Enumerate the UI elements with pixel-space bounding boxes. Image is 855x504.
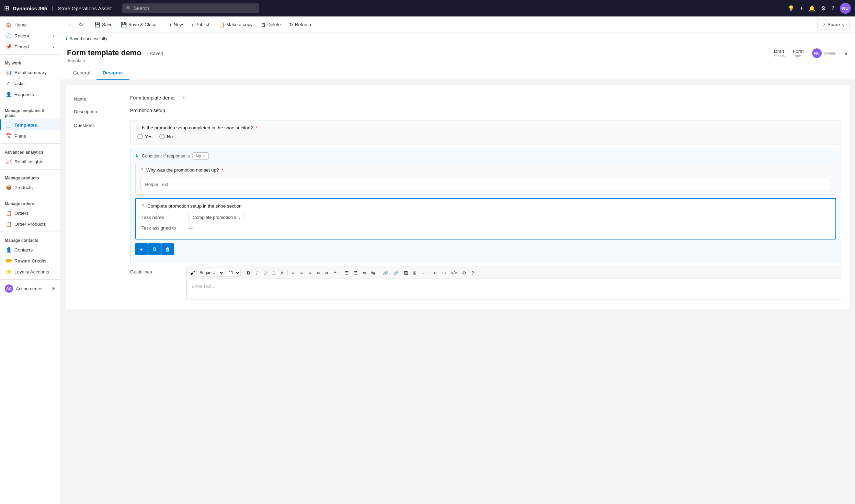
rt-table-button[interactable]: ⊞ — [411, 269, 418, 277]
sub-drag-handle-icon[interactable]: ⠿ — [140, 168, 144, 173]
font-family-select[interactable]: Segoe UI — [196, 269, 224, 277]
recent-icon: 🕐 — [6, 33, 12, 38]
rt-underline-button[interactable]: U — [262, 269, 269, 277]
rt-bold-button[interactable]: B — [245, 269, 252, 277]
task-drag-handle-icon[interactable]: ⠿ — [141, 204, 145, 209]
drag-handle-icon[interactable]: ⠿ — [136, 126, 139, 130]
my-work-section-label: My work — [0, 57, 60, 67]
task-add-button[interactable]: + — [135, 243, 148, 255]
rt-unlink-button[interactable]: 🔗 — [391, 269, 400, 277]
sidebar-item-action-center[interactable]: AC Action center ⊕ — [0, 282, 60, 295]
rt-align-right-button[interactable]: ≡ — [306, 269, 313, 277]
topbar: ⊞ Dynamics 365 | Store Operations Assist… — [0, 0, 855, 16]
description-value[interactable]: Promotion setup — [130, 108, 165, 113]
order-products-icon: 📋 — [6, 221, 12, 227]
sidebar-item-requests[interactable]: 👤 Requests — [0, 89, 60, 100]
sidebar-item-templates[interactable]: 📄 Templates — [0, 119, 60, 130]
rt-quote-button[interactable]: ❝ — [332, 269, 339, 277]
save-close-button[interactable]: 💾 Save & Close — [117, 20, 160, 30]
search-bar[interactable]: 🔍 — [122, 3, 259, 13]
task-copy-button[interactable]: ⧉ — [148, 243, 161, 255]
sidebar-label-requests: Requests — [14, 92, 34, 97]
font-size-select[interactable]: 11 — [226, 269, 241, 277]
make-a-copy-button[interactable]: 📋 Make a copy — [215, 20, 256, 30]
collapse-button[interactable]: ∨ — [844, 49, 848, 57]
pinned-icon: 📌 — [6, 44, 12, 49]
rt-numlist-button[interactable]: ☰ — [352, 269, 360, 277]
new-button[interactable]: + New — [166, 20, 186, 30]
rt-redo-button[interactable]: ↪ — [441, 269, 448, 277]
rt-source-button[interactable]: </> — [449, 269, 459, 277]
rt-rtl-button[interactable]: ↹ — [369, 269, 377, 277]
rt-link-button[interactable]: 🔗 — [381, 269, 390, 277]
share-button[interactable]: ↗ Share ∨ — [817, 20, 850, 30]
cmdbar-sep-2 — [163, 21, 163, 28]
form-meta: Draft Status Form Type NU Owner ∨ — [774, 48, 848, 58]
loyalty-accounts-icon: ⭐ — [6, 269, 12, 274]
rt-undo-button[interactable]: ↩ — [432, 269, 439, 277]
save-button[interactable]: 💾 Save — [91, 20, 116, 30]
task-name-button[interactable]: Complete promotion s... — [188, 213, 244, 222]
rt-align-center-button[interactable]: ≡ — [298, 269, 305, 277]
sidebar-item-reward-credits[interactable]: 💳 Reward Credits — [0, 255, 60, 266]
sidebar-divider-4 — [0, 169, 60, 169]
rt-align-left-button[interactable]: ≡ — [290, 269, 297, 277]
sidebar-item-pinned[interactable]: 📌 Pinned ∨ — [0, 41, 60, 52]
user-avatar[interactable]: NU — [840, 3, 851, 14]
rt-italic-button[interactable]: I — [253, 269, 260, 277]
rt-bullet-button[interactable]: ☰ — [343, 269, 351, 277]
refresh-nav-button[interactable]: ↻ — [77, 20, 85, 29]
status-meta: Draft Status — [774, 49, 785, 58]
sidebar-item-plans[interactable]: 📅 Plans — [0, 130, 60, 141]
sidebar-item-orders[interactable]: 📋 Orders — [0, 208, 60, 219]
notifications-icon[interactable]: 🔔 — [809, 5, 816, 12]
tab-designer[interactable]: Designer — [96, 67, 129, 80]
rt-ltr-button[interactable]: ↹ — [361, 269, 368, 277]
sidebar-item-retail-insights[interactable]: 📈 Retail insights — [0, 156, 60, 167]
sidebar-divider-2 — [0, 102, 60, 102]
guidelines-editor[interactable]: Enter text... — [187, 279, 841, 300]
owner-meta[interactable]: NU Owner — [812, 48, 835, 58]
refresh-button[interactable]: ↻ Refresh — [286, 20, 315, 30]
rt-more-button[interactable]: ⋯ — [420, 269, 428, 277]
settings-icon[interactable]: ⚙ — [821, 5, 826, 12]
help-icon[interactable]: ? — [831, 5, 834, 11]
sidebar-item-loyalty-accounts[interactable]: ⭐ Loyalty Accounts — [0, 266, 60, 277]
back-button[interactable]: ← — [66, 20, 75, 29]
delete-button[interactable]: 🗑 Delete — [258, 20, 284, 30]
radio-no[interactable]: No — [159, 134, 173, 139]
helper-text-input[interactable] — [140, 179, 831, 190]
lightbulb-icon[interactable]: 💡 — [788, 5, 795, 12]
task-name-label: Task name — [141, 215, 183, 220]
apps-menu-icon[interactable]: ⊞ — [4, 4, 9, 12]
condition-remove-icon[interactable]: × — [203, 154, 206, 159]
rt-color-button[interactable]: A — [278, 269, 285, 277]
action-center-pin-icon[interactable]: ⊕ — [52, 286, 55, 291]
task-delete-button[interactable]: 🗑 — [161, 243, 174, 255]
rt-image-button[interactable]: 🖼 — [402, 269, 410, 277]
radio-yes[interactable]: Yes — [137, 134, 152, 139]
add-icon[interactable]: + — [800, 5, 803, 11]
sidebar-item-tasks[interactable]: ✓ Tasks — [0, 78, 60, 89]
name-value[interactable]: Form template demo — [130, 95, 174, 101]
rt-help-button[interactable]: ? — [469, 269, 476, 277]
sidebar-item-products[interactable]: 📦 Products — [0, 182, 60, 193]
sidebar-item-home[interactable]: 🏠 Home — [0, 19, 60, 30]
rt-highlight-button[interactable]: ⬡ — [270, 269, 277, 277]
description-field-row: Description Promotion setup — [74, 105, 841, 117]
tab-general[interactable]: General — [67, 67, 96, 80]
sidebar-item-contacts[interactable]: 👤 Contacts — [0, 244, 60, 255]
sidebar-item-retail-summary[interactable]: 📊 Retail summary — [0, 67, 60, 78]
saved-info-icon: ℹ — [66, 36, 67, 41]
sidebar-label-action-center: Action center — [16, 286, 43, 291]
sidebar-item-order-products[interactable]: 📋 Order Products — [0, 219, 60, 230]
rt-settings-button[interactable]: ⚙ — [460, 269, 468, 277]
rt-paint-icon[interactable]: 🖌 — [190, 270, 195, 276]
rt-indent-button[interactable]: ⇒ — [323, 269, 330, 277]
sidebar-item-recent[interactable]: 🕐 Recent ∨ — [0, 30, 60, 41]
search-input[interactable] — [134, 5, 255, 11]
radio-yes-label: Yes — [145, 134, 152, 139]
condition-block-1: ↳ Condition: If response is No × — [130, 148, 841, 263]
rt-outdent-button[interactable]: ⇐ — [315, 269, 322, 277]
publish-button[interactable]: ↑ Publish — [188, 20, 214, 30]
